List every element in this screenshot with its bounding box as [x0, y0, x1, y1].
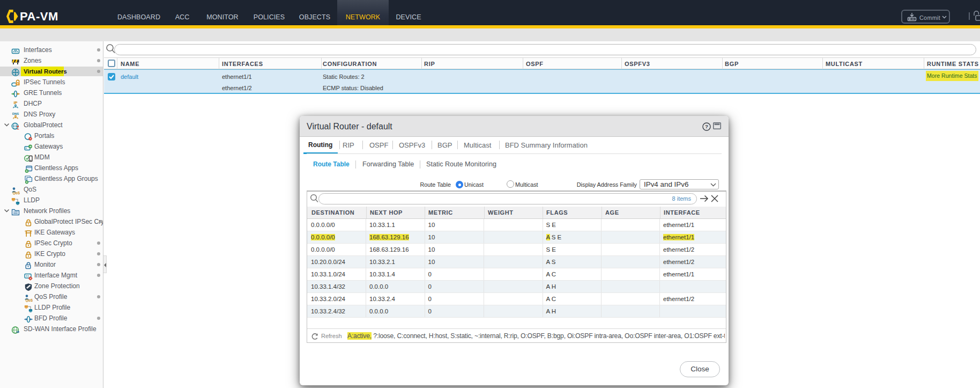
svg-text:IP: IP — [13, 100, 17, 105]
svg-text:QoS: QoS — [26, 298, 33, 302]
svg-text:DNS: DNS — [12, 112, 19, 115]
svg-text:QoS: QoS — [13, 191, 20, 195]
svg-text:?: ? — [705, 123, 708, 129]
